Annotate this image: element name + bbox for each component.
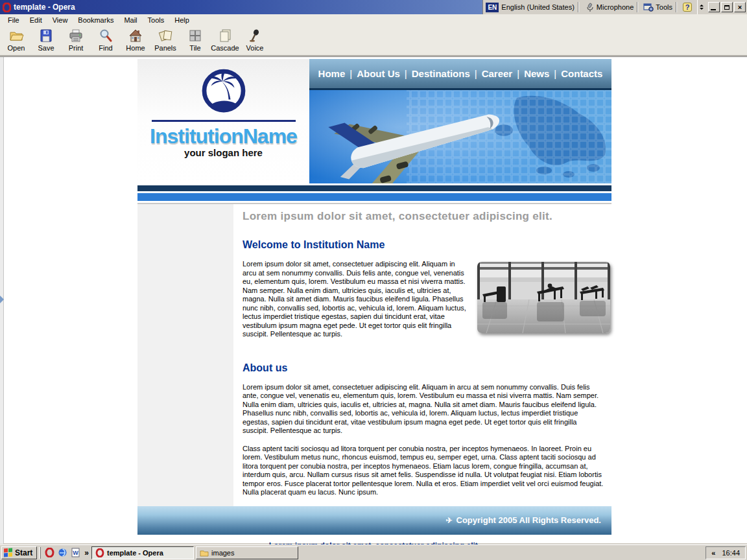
taskbar: Start W » template - Opera images « 16:4… bbox=[0, 544, 747, 560]
nav-item-news[interactable]: News bbox=[524, 68, 549, 79]
cascade-button[interactable]: Cascade bbox=[210, 25, 240, 54]
nav-separator: | bbox=[405, 68, 407, 79]
logo-area: InstitutionName your slogan here bbox=[137, 59, 309, 185]
printer-icon bbox=[68, 28, 84, 43]
about-paragraph-1: Lorem ipsum dolor sit amet, consectetuer… bbox=[243, 383, 604, 436]
window-controls: × bbox=[706, 0, 747, 14]
save-button[interactable]: Save bbox=[31, 25, 61, 54]
close-icon: × bbox=[738, 4, 742, 10]
toolbar: Open Save Print bbox=[0, 25, 747, 56]
nav-separator: | bbox=[554, 68, 556, 79]
open-button[interactable]: Open bbox=[1, 25, 31, 54]
quicklaunch-opera-icon[interactable] bbox=[43, 546, 56, 559]
opera-task-icon bbox=[95, 548, 104, 557]
tile-button[interactable]: Tile bbox=[180, 25, 210, 54]
language-label[interactable]: English (United States) bbox=[501, 3, 575, 11]
menubar: File Edit View Bookmarks Mail Tools Help bbox=[0, 14, 747, 25]
language-tools-label[interactable]: Tools bbox=[656, 3, 672, 11]
sidebar-column bbox=[137, 204, 233, 506]
tray-clock: 16:44 bbox=[722, 549, 740, 557]
quicklaunch-overflow-chevron[interactable]: » bbox=[84, 548, 89, 557]
restore-button[interactable] bbox=[721, 2, 733, 12]
plane-icon: ✈ bbox=[445, 516, 452, 525]
floppy-disk-icon bbox=[38, 28, 54, 43]
find-button[interactable]: Find bbox=[91, 25, 121, 54]
nav-separator: | bbox=[475, 68, 477, 79]
welcome-paragraph: Lorem ipsum dolor sit amet, consectetuer… bbox=[243, 260, 471, 339]
menu-edit[interactable]: Edit bbox=[25, 16, 47, 25]
quicklaunch-word-icon[interactable]: W bbox=[69, 546, 82, 559]
nav-item-destinations[interactable]: Destinations bbox=[412, 68, 470, 79]
chevron-up-icon bbox=[700, 5, 704, 6]
language-badge[interactable]: EN bbox=[486, 3, 499, 12]
opera-logo-icon bbox=[3, 3, 11, 12]
quicklaunch-ie-icon[interactable] bbox=[56, 546, 69, 559]
menu-mail[interactable]: Mail bbox=[119, 16, 142, 25]
chevron-down-icon bbox=[700, 8, 704, 10]
menu-help[interactable]: Help bbox=[169, 16, 195, 25]
start-button[interactable]: Start bbox=[1, 546, 37, 559]
language-tools-icon bbox=[643, 2, 654, 12]
logo-name: InstitutionName bbox=[150, 124, 297, 148]
about-heading: About us bbox=[243, 362, 604, 374]
microphone-label[interactable]: Microphone bbox=[597, 3, 634, 11]
browser-viewport: InstitutionName your slogan here Home | … bbox=[0, 56, 747, 543]
folder-open-icon bbox=[8, 28, 24, 43]
logo-slogan: your slogan here bbox=[184, 147, 263, 158]
home-button[interactable]: Home bbox=[121, 25, 150, 54]
page-footer: ✈ Copyright 2005 All Rights Reserved. bbox=[137, 506, 611, 535]
language-bar-options-handle[interactable] bbox=[697, 0, 706, 14]
windows-flag-icon bbox=[4, 548, 13, 557]
folder-task-icon bbox=[200, 548, 209, 557]
copyright-text: Copyright 2005 All Rights Reserved. bbox=[456, 515, 601, 525]
panel-splitter[interactable] bbox=[0, 57, 4, 544]
titlebar: template - Opera EN English (United Stat… bbox=[0, 0, 747, 14]
divider-stripe-blue bbox=[137, 193, 611, 201]
page-tagline: Lorem ipsum dolor sit amet, consectetuer… bbox=[243, 210, 604, 223]
language-help-button[interactable]: ? bbox=[680, 1, 694, 13]
tray-collapse-chevron[interactable]: « bbox=[711, 549, 715, 557]
webpage: InstitutionName your slogan here Home | … bbox=[137, 59, 611, 550]
magnifier-icon bbox=[98, 28, 113, 43]
page-body: Lorem ipsum dolor sit amet, consectetuer… bbox=[137, 204, 611, 506]
menu-tools[interactable]: Tools bbox=[143, 16, 170, 25]
main-nav: Home | About Us | Destinations | Career … bbox=[309, 59, 611, 90]
content-column: Lorem ipsum dolor sit amet, consectetuer… bbox=[233, 204, 611, 506]
voice-button[interactable]: Voice bbox=[240, 25, 270, 54]
tile-grid-icon bbox=[187, 28, 203, 43]
menu-file[interactable]: File bbox=[3, 16, 25, 25]
logo-divider bbox=[152, 120, 296, 122]
restore-icon bbox=[724, 5, 729, 10]
task-button-opera[interactable]: template - Opera bbox=[91, 546, 194, 559]
panel-toggle-arrow-icon[interactable] bbox=[0, 296, 4, 303]
nav-item-home[interactable]: Home bbox=[318, 68, 346, 79]
nav-item-about-us[interactable]: About Us bbox=[357, 68, 400, 79]
menu-view[interactable]: View bbox=[47, 16, 73, 25]
airport-photo bbox=[477, 262, 610, 333]
voice-microphone-icon bbox=[247, 28, 263, 43]
minimize-button[interactable] bbox=[708, 2, 720, 12]
nav-separator: | bbox=[350, 68, 352, 79]
language-bar: EN English (United States) Microphone To… bbox=[482, 0, 697, 14]
menu-bookmarks[interactable]: Bookmarks bbox=[73, 16, 119, 25]
nav-separator: | bbox=[517, 68, 519, 79]
svg-text:W: W bbox=[73, 550, 78, 556]
close-button[interactable]: × bbox=[734, 2, 746, 12]
taskbar-divider bbox=[39, 547, 41, 559]
panels-button[interactable]: Panels bbox=[150, 25, 180, 54]
nav-item-career[interactable]: Career bbox=[482, 68, 513, 79]
divider-stripe-navy bbox=[137, 185, 611, 191]
about-paragraph-2: Class aptent taciti sociosqu ad litora t… bbox=[243, 445, 604, 497]
palm-island-logo-icon bbox=[195, 64, 253, 121]
task-button-images[interactable]: images bbox=[196, 546, 298, 559]
window-title: template - Opera bbox=[14, 3, 75, 12]
page-header: InstitutionName your slogan here Home | … bbox=[137, 59, 611, 185]
print-button[interactable]: Print bbox=[61, 25, 91, 54]
desktop: template - Opera EN English (United Stat… bbox=[0, 0, 747, 560]
panels-icon bbox=[158, 28, 173, 43]
microphone-icon bbox=[584, 2, 595, 12]
nav-item-contacts[interactable]: Contacts bbox=[561, 68, 602, 79]
house-icon bbox=[128, 28, 143, 43]
welcome-heading: Welcome to Institution Name bbox=[243, 239, 604, 251]
system-tray: « 16:44 bbox=[706, 546, 746, 559]
